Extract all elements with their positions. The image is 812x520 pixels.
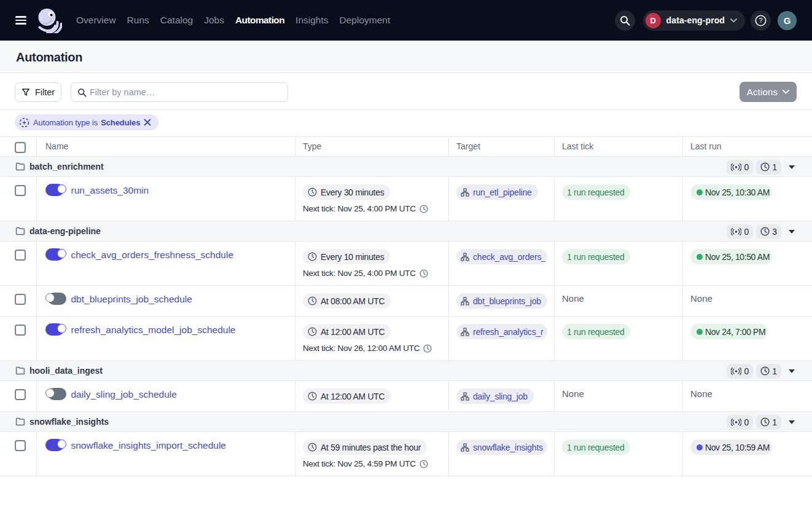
svg-text:?: ? [759, 17, 762, 24]
